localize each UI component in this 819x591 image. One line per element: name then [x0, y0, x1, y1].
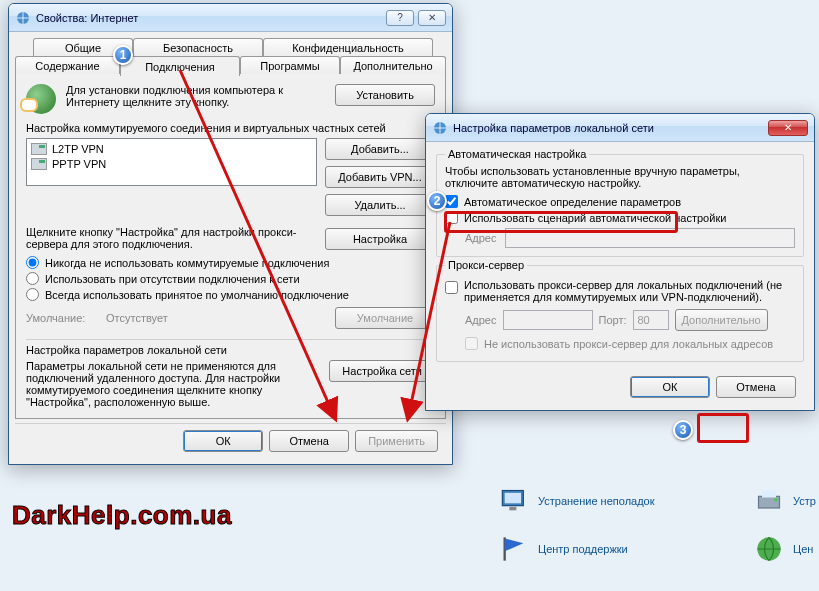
auto-script-checkbox[interactable] — [445, 211, 458, 224]
setup-button[interactable]: Установить — [335, 84, 435, 106]
globe-icon — [26, 84, 56, 114]
proxy-address-label: Адрес — [465, 314, 497, 326]
help-button[interactable]: ? — [386, 10, 414, 26]
auto-detect-label: Автоматическое определение параметров — [464, 196, 681, 208]
bg-support[interactable]: Центр поддержки — [500, 535, 628, 563]
auto-script-label: Использовать сценарий автоматической нас… — [464, 212, 726, 224]
tab-advanced[interactable]: Дополнительно — [340, 56, 446, 74]
radio-never-label: Никогда не использовать коммутируемые по… — [45, 257, 329, 269]
internet-icon — [432, 120, 448, 136]
annotation-marker-2: 2 — [427, 191, 447, 211]
radio-nonet-label: Использовать при отсутствии подключения … — [45, 273, 300, 285]
annotation-marker-3: 3 — [673, 420, 693, 440]
ok-button[interactable]: ОК — [183, 430, 263, 452]
settings-button[interactable]: Настройка — [325, 228, 435, 250]
setup-text: Для установки подключения компьютера к И… — [66, 84, 325, 108]
modem-icon — [31, 158, 47, 170]
auto-config-group: Автоматическая настройка Чтобы использов… — [436, 154, 804, 257]
proxy-port-input — [633, 310, 669, 330]
bypass-local-checkbox — [465, 337, 478, 350]
internet-properties-window: Свойства: Интернет ? ✕ Общие Безопасност… — [8, 3, 453, 465]
script-address-label: Адрес — [465, 232, 497, 244]
list-item[interactable]: L2TP VPN — [29, 141, 314, 156]
proxy-port-label: Порт: — [599, 314, 627, 326]
remove-button[interactable]: Удалить... — [325, 194, 435, 216]
lan-hint: Параметры локальной сети не применяются … — [26, 360, 321, 408]
proxy-address-input — [503, 310, 593, 330]
annotation-marker-1: 1 — [113, 45, 133, 65]
cancel-button[interactable]: Отмена — [269, 430, 349, 452]
radio-always-label: Всегда использовать принятое по умолчани… — [45, 289, 349, 301]
tab-privacy[interactable]: Конфиденциальность — [263, 38, 433, 56]
svg-point-5 — [774, 498, 778, 502]
tab-programs[interactable]: Программы — [240, 56, 340, 74]
script-address-input — [505, 228, 796, 248]
bg-device[interactable]: Устр — [755, 487, 816, 515]
radio-always[interactable] — [26, 288, 39, 301]
tab-connections[interactable]: Подключения — [120, 56, 240, 76]
default-value: Отсутствует — [106, 312, 335, 324]
add-button[interactable]: Добавить... — [325, 138, 435, 160]
close-button[interactable]: ✕ — [418, 10, 446, 26]
tab-strip: Общие Безопасность Конфиденциальность Со… — [15, 38, 446, 74]
titlebar[interactable]: Свойства: Интернет ? ✕ — [9, 4, 452, 32]
svg-rect-2 — [509, 507, 516, 511]
bg-center[interactable]: Цен — [755, 535, 813, 563]
monitor-icon — [500, 487, 528, 515]
close-button[interactable]: ✕ — [768, 120, 808, 136]
lan-settings-window: Настройка параметров локальной сети ✕ Ав… — [425, 113, 815, 411]
tab-content[interactable]: Содержание — [15, 56, 120, 74]
vpn-item-label: PPTP VPN — [52, 158, 106, 170]
add-vpn-button[interactable]: Добавить VPN... — [325, 166, 435, 188]
window-title: Настройка параметров локальной сети — [453, 122, 768, 134]
radio-nonet[interactable] — [26, 272, 39, 285]
lan-section-label: Настройка параметров локальной сети — [26, 339, 435, 356]
proxy-group: Прокси-сервер Использовать прокси-сервер… — [436, 265, 804, 362]
lan-settings-button[interactable]: Настройка сети — [329, 360, 435, 382]
auto-config-hint: Чтобы использовать установленные вручную… — [445, 165, 795, 189]
apply-button: Применить — [355, 430, 438, 452]
internet-icon — [15, 10, 31, 26]
bypass-local-label: Не использовать прокси-сервер для локаль… — [484, 338, 773, 350]
auto-config-legend: Автоматическая настройка — [445, 148, 589, 160]
ok-button[interactable]: ОК — [630, 376, 710, 398]
dialup-section-label: Настройка коммутируемого соединения и ви… — [26, 122, 435, 134]
use-proxy-label: Использовать прокси-сервер для локальных… — [464, 279, 795, 303]
tab-security[interactable]: Безопасность — [133, 38, 263, 56]
svg-rect-4 — [762, 491, 776, 498]
vpn-listbox[interactable]: L2TP VPN PPTP VPN — [26, 138, 317, 186]
window-title: Свойства: Интернет — [36, 12, 386, 24]
default-label: Умолчание: — [26, 312, 106, 324]
bg-support-label: Центр поддержки — [538, 543, 628, 555]
proxy-legend: Прокси-сервер — [445, 259, 527, 271]
printer-icon — [755, 487, 783, 515]
set-default-button: Умолчание — [335, 307, 435, 329]
vpn-item-label: L2TP VPN — [52, 143, 104, 155]
tab-panel-connections: Для установки подключения компьютера к И… — [15, 73, 446, 419]
modem-icon — [31, 143, 47, 155]
radio-never[interactable] — [26, 256, 39, 269]
highlight-box-ok — [697, 413, 749, 443]
proxy-advanced-button: Дополнительно — [675, 309, 768, 331]
bg-troubleshoot[interactable]: Устранение неполадок — [500, 487, 655, 515]
use-proxy-checkbox[interactable] — [445, 281, 458, 294]
bg-troubleshoot-label: Устранение неполадок — [538, 495, 655, 507]
svg-rect-1 — [505, 493, 521, 504]
bg-center-label: Цен — [793, 543, 813, 555]
titlebar[interactable]: Настройка параметров локальной сети ✕ — [426, 114, 814, 142]
flag-icon — [500, 535, 528, 563]
bg-device-label: Устр — [793, 495, 816, 507]
settings-hint: Щелкните кнопку "Настройка" для настройк… — [26, 226, 317, 250]
cancel-button[interactable]: Отмена — [716, 376, 796, 398]
svg-rect-3 — [759, 496, 780, 508]
globe-green-icon — [755, 535, 783, 563]
watermark: DarkHelp.com.ua — [12, 500, 232, 531]
list-item[interactable]: PPTP VPN — [29, 156, 314, 171]
